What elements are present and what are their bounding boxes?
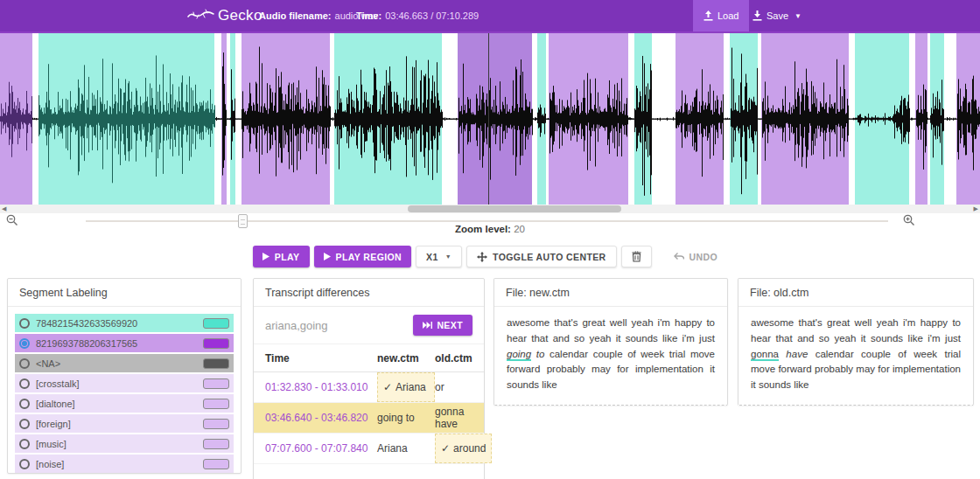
zoom-level-value: 20 (514, 224, 525, 234)
undo-arrow-icon (674, 253, 684, 261)
speaker-radio[interactable] (19, 439, 30, 449)
scrollbar-thumb[interactable] (408, 205, 621, 212)
speaker-label: [dialtone] (36, 399, 75, 409)
speaker-color-swatch[interactable] (203, 378, 229, 389)
waveform-area[interactable] (0, 31, 980, 205)
highlighted-word[interactable]: have (786, 349, 808, 359)
file-old-ctm-text[interactable]: awesome that's great well yeah i'm happy… (738, 307, 973, 405)
playback-speed-button[interactable]: X1 ▼ (416, 246, 462, 267)
speaker-row[interactable]: <NA> (15, 354, 234, 372)
app-title: Gecko (218, 7, 262, 24)
scroll-right-arrow-icon[interactable]: ▶ (974, 205, 978, 212)
waveform-scrollbar[interactable]: ◀ ▶ (0, 205, 980, 213)
speaker-radio[interactable] (19, 399, 30, 409)
diff-word-cell[interactable]: gonna have (435, 403, 484, 433)
zoom-level-label: Zoom level: 20 (0, 224, 980, 234)
speaker-radio[interactable] (19, 318, 30, 329)
diff-time-link[interactable]: 01:32.830 - 01:33.010 (265, 381, 377, 393)
diff-word-cell[interactable]: ✓around (435, 434, 492, 463)
file-old-ctm-title: File: old.ctm (738, 279, 973, 307)
check-icon: ✓ (383, 381, 392, 393)
speaker-label: [noise] (36, 459, 64, 469)
chevron-down-icon: ▼ (445, 253, 452, 260)
playback-time: Time: 03:46.663 / 07:10.289 (356, 0, 479, 31)
trash-icon (632, 251, 641, 262)
upload-icon (704, 10, 713, 21)
diff-table: Timenew.ctmold.ctm01:32.830 - 01:33.010✓… (254, 344, 484, 464)
speaker-color-swatch[interactable] (203, 439, 229, 449)
diff-row[interactable]: 07:07.600 - 07:07.840Ariana✓around (254, 434, 484, 464)
highlighted-word[interactable]: going (507, 349, 531, 361)
diff-row[interactable]: 01:32.830 - 01:33.010✓Arianaor (254, 372, 484, 403)
transcript-text: awesome that's great well yeah i'm happy… (507, 317, 715, 344)
next-diff-button[interactable]: NEXT (413, 315, 472, 336)
diff-word-cell[interactable]: going to (377, 409, 435, 427)
zoom-slider-track[interactable] (86, 220, 888, 222)
speaker-row[interactable]: [crosstalk] (15, 374, 234, 392)
speaker-label: 7848215432633569920 (36, 318, 137, 329)
speaker-row[interactable]: [music] (15, 434, 234, 453)
speaker-radio[interactable] (19, 459, 30, 469)
playback-time-value: 03:46.663 / 07:10.289 (385, 10, 479, 21)
scroll-left-arrow-icon[interactable]: ◀ (2, 205, 6, 212)
diff-time-link[interactable]: 03:46.640 - 03:46.820 (265, 412, 377, 424)
speaker-label: 8219693788206317565 (36, 338, 137, 349)
play-icon (324, 253, 331, 260)
speaker-radio[interactable] (19, 419, 30, 429)
diff-row[interactable]: 03:46.640 - 03:46.820going togonna have (254, 403, 484, 434)
file-new-ctm-title: File: new.ctm (494, 279, 727, 307)
file-new-ctm-text[interactable]: awesome that's great well yeah i'm happy… (494, 307, 727, 405)
diff-search-input[interactable] (265, 319, 413, 332)
speaker-color-swatch[interactable] (203, 358, 229, 369)
speaker-color-swatch[interactable] (203, 419, 229, 429)
load-button[interactable]: Load (693, 0, 749, 31)
chevron-down-icon: ▼ (794, 12, 802, 20)
speaker-row[interactable]: 7848215432633569920 (15, 314, 234, 332)
speaker-row[interactable]: [dialtone] (15, 394, 234, 413)
diff-word-cell[interactable]: ✓Ariana (377, 372, 435, 402)
speaker-color-swatch[interactable] (203, 399, 229, 409)
transcript-differences-title: Transcript differences (254, 279, 484, 307)
diff-column-header: Time (265, 352, 377, 364)
segment-labeling-title: Segment Labeling (8, 279, 241, 307)
highlighted-word[interactable]: gonna (751, 349, 779, 361)
fast-forward-icon (423, 322, 432, 329)
zoom-controls: Zoom level: 20 (0, 213, 980, 245)
waveform-canvas (0, 33, 980, 205)
speaker-color-swatch[interactable] (203, 459, 229, 469)
download-icon (752, 10, 762, 21)
play-button[interactable]: PLAY (253, 246, 310, 267)
delete-segment-button[interactable] (621, 246, 652, 267)
speaker-radio-checked[interactable] (19, 338, 30, 349)
diff-time-link[interactable]: 07:07.600 - 07:07.840 (265, 442, 377, 455)
play-icon (262, 253, 270, 260)
file-old-ctm-panel: File: old.ctm awesome that's great well … (738, 278, 974, 406)
play-region-button[interactable]: PLAY REGION (314, 246, 412, 267)
playhead-cursor (488, 33, 489, 205)
transcript-text: awesome that's great well yeah i'm happy… (751, 317, 961, 344)
speaker-color-swatch[interactable] (203, 338, 229, 349)
speaker-radio[interactable] (19, 378, 30, 389)
highlighted-word[interactable]: to (536, 349, 545, 359)
save-button[interactable]: Save ▼ (742, 0, 812, 31)
speaker-list: 78482154326335699208219693788206317565<N… (8, 307, 241, 473)
speaker-color-swatch[interactable] (203, 318, 229, 329)
speaker-label: [foreign] (36, 419, 71, 429)
diff-column-header: old.ctm (435, 352, 484, 364)
segment-labeling-panel: Segment Labeling 78482154326335699208219… (7, 278, 242, 474)
toggle-auto-center-button[interactable]: TOGGLE AUTO CENTER (466, 246, 617, 267)
speaker-label: [music] (36, 439, 66, 449)
top-bar: Gecko Audio filename: audio.wav Time: 03… (0, 0, 980, 31)
speaker-radio[interactable] (19, 358, 30, 369)
speaker-row[interactable]: [noise] (15, 455, 234, 473)
diff-search-row: NEXT (254, 307, 484, 344)
undo-button[interactable]: UNDO (664, 246, 728, 267)
diff-word-cell[interactable]: Ariana (377, 440, 435, 457)
file-new-ctm-panel: File: new.ctm awesome that's great well … (494, 278, 728, 406)
speaker-row[interactable]: 8219693788206317565 (15, 334, 234, 352)
speaker-row[interactable]: [foreign] (15, 414, 234, 433)
diff-word-cell[interactable]: or (435, 378, 484, 396)
transcript-differences-panel: Transcript differences NEXT Timenew.ctmo… (253, 278, 485, 479)
speaker-label: [crosstalk] (36, 378, 80, 389)
move-arrows-icon (477, 252, 487, 262)
